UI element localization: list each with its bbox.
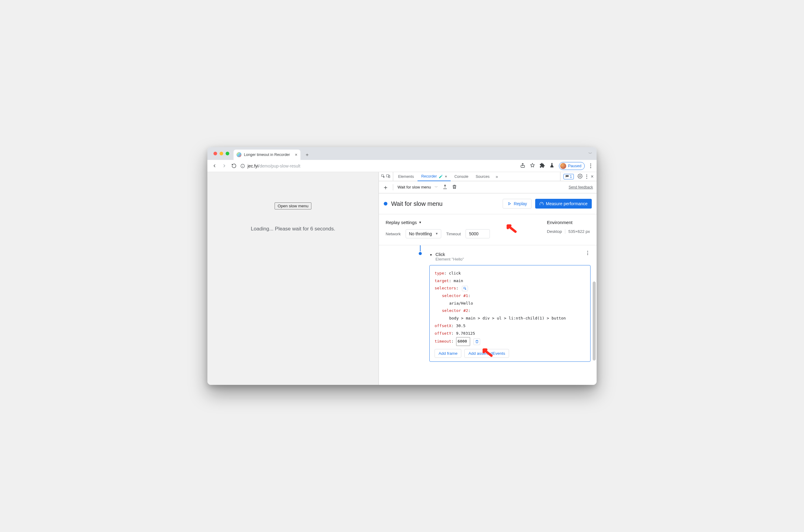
recorder-tab-label: Recorder: [421, 174, 437, 178]
devtools-left-controls: [381, 172, 393, 181]
tab-list-dropdown-icon[interactable]: ﹀: [588, 151, 592, 156]
close-recorder-tab-icon[interactable]: ×: [445, 174, 447, 179]
recording-title: Wait for slow menu: [391, 200, 443, 207]
new-tab-button[interactable]: ＋: [303, 151, 311, 159]
site-info-icon[interactable]: [240, 164, 245, 168]
throttling-select[interactable]: No throttling: [406, 229, 441, 238]
measure-performance-button[interactable]: Measure performance: [535, 199, 592, 209]
back-button[interactable]: [210, 162, 219, 171]
devtools-close-icon[interactable]: ×: [591, 174, 594, 179]
devtools-tab-recorder[interactable]: Recorder 🧪 ×: [417, 172, 451, 181]
global-timeout-input[interactable]: [466, 229, 490, 238]
step-subtitle: Element "Hello": [435, 257, 464, 262]
chrome-menu-button[interactable]: [589, 164, 592, 168]
svg-point-5: [579, 175, 580, 177]
bookmark-star-icon[interactable]: [530, 163, 535, 169]
content-split: Open slow menu Loading... Please wait fo…: [207, 172, 597, 385]
devtools-tab-sources[interactable]: Sources: [472, 172, 493, 181]
devtools-panel: Elements Recorder 🧪 × Console Sources » …: [379, 172, 597, 385]
timeout-label: Timeout: [446, 232, 461, 236]
window-controls: [210, 147, 232, 160]
more-tabs-icon[interactable]: »: [493, 172, 501, 181]
recording-header: Wait for slow menu Replay Measure perfor…: [379, 193, 597, 214]
devtools-right-controls: 1 ×: [560, 172, 597, 181]
step-timeout-input[interactable]: [456, 337, 470, 346]
forward-button[interactable]: [220, 162, 229, 171]
send-feedback-link[interactable]: Send feedback: [569, 185, 593, 189]
experiments-flask-icon[interactable]: [549, 163, 555, 169]
inspect-tool-icon[interactable]: [381, 174, 385, 179]
page-viewport: Open slow menu Loading... Please wait fo…: [207, 172, 379, 385]
minimize-window-icon[interactable]: [220, 152, 223, 155]
step-menu-icon[interactable]: [587, 251, 588, 255]
devtools-tab-console[interactable]: Console: [451, 172, 472, 181]
devtools-tab-elements[interactable]: Elements: [394, 172, 417, 181]
status-dot-icon: [384, 202, 387, 206]
add-recording-button[interactable]: ＋: [382, 184, 389, 190]
export-icon[interactable]: [443, 184, 448, 190]
replay-label: Replay: [513, 201, 527, 206]
replay-settings-title[interactable]: Replay settings▼: [386, 220, 490, 225]
env-viewport: 535×622 px: [565, 229, 590, 234]
reload-button[interactable]: [229, 162, 238, 171]
devtools-settings-icon[interactable]: [577, 174, 583, 180]
address-bar[interactable]: jec.fyi/demo/pup-slow-result: [240, 162, 518, 171]
extensions-icon[interactable]: [539, 163, 545, 169]
tab-close-icon[interactable]: ×: [295, 152, 297, 157]
replay-settings-section: Replay settings▼ Network No throttling T…: [379, 214, 597, 245]
flask-icon: 🧪: [439, 174, 443, 178]
env-device: Desktop: [547, 229, 562, 234]
network-label: Network: [386, 232, 401, 236]
devtools-menu-icon[interactable]: [586, 174, 587, 179]
scrollbar-thumb[interactable]: [593, 282, 596, 361]
add-asserted-events-button[interactable]: Add assertedEvents: [464, 349, 509, 358]
recording-selector[interactable]: Wait for slow menu ﹀: [397, 185, 438, 190]
chrome-window: Longer timeout in Recorder × ＋ ﹀ jec.fyi…: [207, 147, 597, 385]
close-window-icon[interactable]: [213, 152, 217, 155]
current-recording-name: Wait for slow menu: [397, 185, 431, 189]
share-icon[interactable]: [520, 163, 525, 169]
open-slow-menu-button[interactable]: Open slow menu: [275, 203, 311, 209]
browser-tab[interactable]: Longer timeout in Recorder ×: [233, 150, 300, 160]
pick-selector-icon[interactable]: [462, 286, 468, 291]
url-text: jec.fyi/demo/pup-slow-result: [247, 164, 300, 168]
measure-label: Measure performance: [546, 201, 587, 206]
devtools-tab-bar: Elements Recorder 🧪 × Console Sources » …: [379, 172, 597, 181]
profile-paused-chip[interactable]: Paused: [559, 162, 585, 170]
step-editor: type: click target: main selectors: sele…: [429, 265, 591, 362]
tab-strip: Longer timeout in Recorder × ＋ ﹀: [207, 147, 597, 160]
svg-rect-4: [389, 175, 390, 178]
replay-button[interactable]: Replay: [503, 199, 531, 209]
browser-toolbar: jec.fyi/demo/pup-slow-result Paused: [207, 160, 597, 172]
issues-chip[interactable]: 1: [563, 174, 574, 179]
environment-title: Environment: [547, 220, 590, 225]
delete-recording-icon[interactable]: [452, 184, 457, 190]
delete-timeout-icon[interactable]: [473, 338, 480, 345]
device-toolbar-icon[interactable]: [386, 174, 390, 179]
timeline-line: [420, 245, 420, 251]
steps-list: ▼ Click Element "Hello" type: click targ…: [379, 245, 597, 368]
tab-title: Longer timeout in Recorder: [244, 153, 290, 157]
recorder-control-bar: ＋ Wait for slow menu ﹀ Send feedback: [379, 181, 597, 193]
step-title: Click: [435, 252, 464, 257]
avatar-icon: [560, 163, 566, 169]
step-header[interactable]: ▼ Click Element "Hello": [422, 249, 591, 263]
add-frame-button[interactable]: Add frame: [434, 349, 461, 358]
loading-status-text: Loading... Please wait for 6 seconds.: [251, 226, 335, 232]
chevron-down-icon: ﹀: [434, 186, 438, 189]
favicon-icon: [237, 152, 241, 157]
scrollbar[interactable]: [592, 251, 596, 382]
toolbar-right-icons: Paused: [520, 162, 594, 170]
zoom-window-icon[interactable]: [226, 152, 229, 155]
expand-step-icon[interactable]: ▼: [429, 253, 432, 256]
issues-count: 1: [570, 174, 572, 179]
paused-label: Paused: [568, 164, 581, 168]
